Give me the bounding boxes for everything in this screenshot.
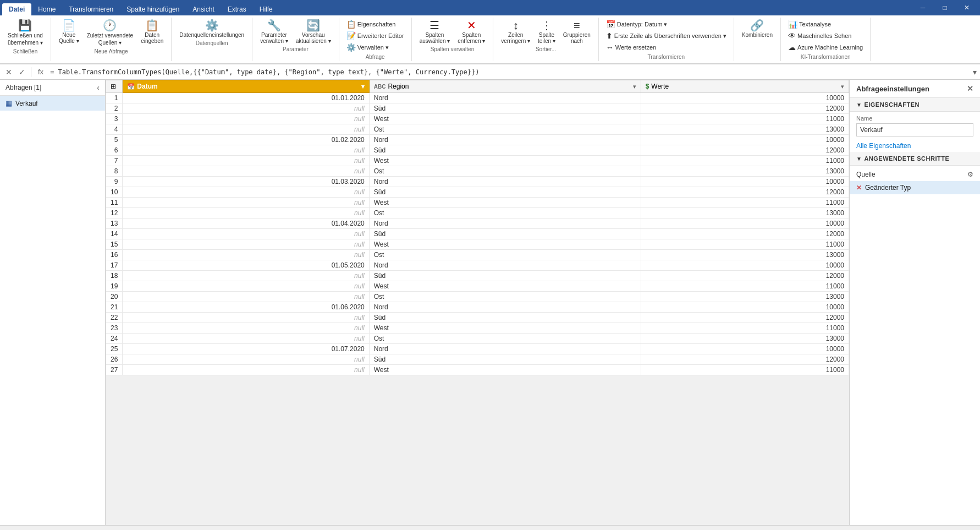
tab-home[interactable]: Home [31,3,62,15]
datenquelleneinstellungen-button[interactable]: ⚙️ Datenquelleneinstellungen [176,19,247,39]
row-num-cell: 12 [106,208,123,218]
row-num-cell: 9 [106,177,123,187]
formula-input[interactable]: = Table.TransformColumnTypes(Quelle,{{"D… [50,68,970,76]
table-row: 2101.06.2020Nord10000 [106,302,849,313]
erweiterter-editor-icon: 📝 [346,31,356,40]
table-row: 901.03.2020Nord10000 [106,177,849,187]
tab-transformieren[interactable]: Transformieren [62,3,120,15]
eigenschaften-collapse-icon[interactable]: ▼ [856,102,862,108]
neue-quelle-button[interactable]: 📄 NeueQuelle ▾ [56,19,82,45]
row-num-cell: 19 [106,281,123,292]
group-kombinieren: 🔗 Kombinieren [734,18,781,61]
werte-ersetzen-button[interactable]: ↔ Werte ersetzen [603,42,729,53]
zeilen-verringern-button[interactable]: ↕ Zeilenverringern ▾ [498,19,533,45]
maschinelles-sehen-button[interactable]: 👁 Maschinelles Sehen [785,30,866,41]
azure-ml-button[interactable]: ☁ Azure Machine Learning [785,42,866,53]
step-quelle-gear-icon[interactable]: ⚙ [967,171,973,178]
step-geaenderter-typ[interactable]: ✕ Geänderter Typ [850,181,980,194]
row-num-cell: 16 [106,250,123,260]
tab-extras[interactable]: Extras [221,3,253,15]
datum-cell: null [123,365,369,375]
werte-filter-icon[interactable]: ▾ [841,83,844,90]
name-prop-input[interactable] [856,123,973,136]
gruppieren-nach-button[interactable]: ≡ Gruppierennach [560,19,594,45]
kombinieren-label: Kombinieren [742,32,773,38]
parameter-verwalten-button[interactable]: 🔧 Parameterverwalten ▾ [257,19,291,45]
erweiterter-editor-button[interactable]: 📝 Erweiterter Editor [344,30,407,41]
alle-eigenschaften-link[interactable]: Alle Eigenschaften [850,140,980,152]
tab-ansicht[interactable]: Ansicht [186,3,221,15]
azure-ml-label: Azure Machine Learning [797,44,863,51]
table-row: 4nullOst13000 [106,124,849,135]
region-cell: Süd [369,313,641,323]
daten-eingeben-button[interactable]: 📋 Dateneingeben [137,19,167,45]
tab-spalte-hinzufuegen[interactable]: Spalte hinzufügen [120,3,186,15]
region-cell: Ost [369,166,641,177]
maschinelles-sehen-label: Maschinelles Sehen [797,32,851,39]
kombinieren-icon: 🔗 [750,20,764,31]
query-item-verkauf[interactable]: ▦ Verkauf [0,96,105,111]
row-num-cell: 11 [106,198,123,208]
zuletzt-verwendet-button[interactable]: 🕐 Zuletzt verwendeteQuellen ▾ [84,19,137,47]
datum-cell: null [123,229,369,239]
queries-header: Abfragen [1] ‹ [0,80,105,96]
col-header-datum[interactable]: 📅 Datum ▾ [123,80,369,93]
table-row: 3nullWest11000 [106,114,849,124]
row-num-header: ⊞ [106,80,123,93]
datum-cell: null [123,145,369,156]
schritte-collapse-icon[interactable]: ▼ [856,156,862,162]
row-num-cell: 7 [106,156,123,166]
eigenschaften-button[interactable]: 📋 Eigenschaften [344,19,407,30]
werte-cell: 11000 [641,281,849,292]
werte-cell: 13000 [641,250,849,260]
data-grid-wrapper[interactable]: ⊞ 📅 Datum ▾ ABC Region [106,80,849,525]
formula-cancel-icon[interactable]: ✕ [3,67,14,78]
region-cell: Süd [369,103,641,114]
tab-hilfe[interactable]: Hilfe [253,3,279,15]
table-row: 10nullSüd12000 [106,187,849,198]
kombinieren-button[interactable]: 🔗 Kombinieren [739,19,776,39]
region-type-icon: ABC [374,84,386,90]
datum-cell: 01.07.2020 [123,344,369,354]
table-row: 18nullSüd12000 [106,271,849,281]
queries-collapse-icon[interactable]: ‹ [97,83,100,92]
zeilen-label: Zeilenverringern ▾ [501,32,530,44]
region-filter-icon[interactable]: ▾ [633,83,636,90]
verwalten-button[interactable]: ⚙️ Verwalten ▾ [344,42,407,53]
schliessen-uebernehmen-button[interactable]: 💾 Schließen undübernehmen ▾ [4,19,46,47]
formula-expand-icon[interactable]: ▾ [973,68,977,77]
maximize-button[interactable]: □ [934,0,956,15]
properties-close-icon[interactable]: ✕ [967,84,973,93]
datum-cell: null [123,281,369,292]
formula-confirm-icon[interactable]: ✓ [16,67,27,78]
query-item-icon: ▦ [5,99,12,107]
minimize-button[interactable]: ─ [912,0,934,15]
datentyp-button[interactable]: 📅 Datentyp: Datum ▾ [603,19,729,30]
werte-cell: 10000 [641,135,849,145]
region-cell: Ost [369,334,641,344]
datum-cell: null [123,271,369,281]
spalten-auswaehlen-button[interactable]: ☰ Spaltenauswählen ▾ [416,19,454,45]
spalte-teilen-button[interactable]: ⋮ Spalteteilen ▾ [535,19,559,45]
erste-zeile-button[interactable]: ⬆ Erste Zeile als Überschriften verwende… [603,30,729,41]
select-all-icon[interactable]: ⊞ [111,83,116,90]
step-delete-icon[interactable]: ✕ [856,184,862,192]
datum-cell: null [123,124,369,135]
region-cell: Süd [369,354,641,365]
datentyp-icon: 📅 [606,20,615,29]
col-header-werte[interactable]: $ Werte ▾ [641,80,849,93]
region-cell: Nord [369,218,641,229]
close-button[interactable]: ✕ [956,0,978,15]
vorschau-aktualisieren-button[interactable]: 🔄 Vorschauaktualisieren ▾ [293,19,334,45]
tab-datei[interactable]: Datei [2,3,31,15]
werte-cell: 13000 [641,208,849,218]
datum-filter-icon[interactable]: ▾ [361,83,365,90]
spalten-entfernen-button[interactable]: ✕ Spaltenentfernen ▾ [454,19,488,45]
werte-cell: 10000 [641,302,849,313]
region-cell: West [369,239,641,250]
step-quelle[interactable]: Quelle ⚙ [850,168,980,181]
data-grid: ⊞ 📅 Datum ▾ ABC Region [106,80,849,375]
textanalyse-button[interactable]: 📊 Textanalyse [785,19,866,30]
group-datenquellen: ⚙️ Datenquelleneinstellungen Datenquelle… [172,18,252,61]
col-header-region[interactable]: ABC Region ▾ [369,80,641,93]
